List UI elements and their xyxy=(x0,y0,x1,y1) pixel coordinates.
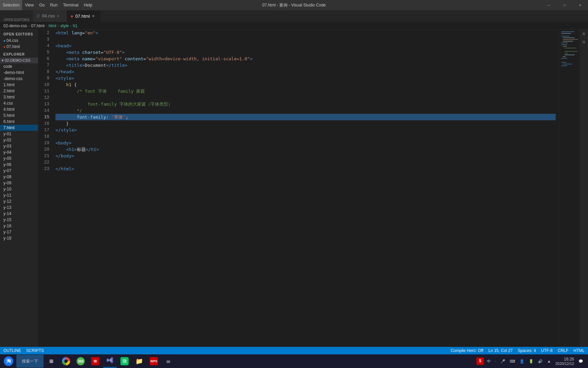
taskbar-wps2[interactable]: WPS xyxy=(147,355,161,368)
tray-volume[interactable]: ▲ xyxy=(546,358,552,364)
sidebar-y09[interactable]: y-09 xyxy=(0,180,38,186)
taskbar-explorer[interactable]: 📁 xyxy=(132,355,146,368)
menu-go[interactable]: Go xyxy=(36,0,47,10)
status-bar: OUTLINE SCRIPTS Compile Hero: Off Ln 15,… xyxy=(0,347,588,354)
tray-battery[interactable]: 🔋 xyxy=(527,358,535,364)
folder-header[interactable]: ▾ 02-DEMO-CSS xyxy=(0,58,38,63)
taskbar-winstore[interactable]: ⊞ xyxy=(45,355,58,368)
taskbar-chrome[interactable] xyxy=(59,355,73,368)
window-controls[interactable]: — ☐ ✕ xyxy=(541,0,588,10)
outline-icon[interactable]: ≡ xyxy=(582,31,585,37)
svg-rect-12 xyxy=(565,55,575,55)
maximize-button[interactable]: ☐ xyxy=(557,0,572,10)
status-language[interactable]: HTML xyxy=(573,348,585,353)
close-button[interactable]: ✕ xyxy=(572,0,588,10)
menu-bar[interactable]: Selection View Go Run Terminal Help xyxy=(0,0,95,10)
tab-07html[interactable]: ◈ 07.html × xyxy=(67,10,101,22)
sidebar-code[interactable]: code xyxy=(0,63,38,70)
sidebar-open-07html[interactable]: ●07.html xyxy=(0,44,38,50)
sidebar-y13[interactable]: y-13 xyxy=(0,204,38,211)
menu-help[interactable]: Help xyxy=(81,0,95,10)
wps2-icon: WPS xyxy=(150,357,158,365)
sidebar-y10[interactable]: y-10 xyxy=(0,186,38,192)
menu-selection[interactable]: Selection xyxy=(0,0,22,10)
sidebar-open-04css[interactable]: ●04.css xyxy=(0,37,38,44)
taskbar-360[interactable]: 360 xyxy=(74,355,87,368)
taskbar-wps[interactable]: W xyxy=(88,355,102,368)
sidebar-y18[interactable]: y-18 xyxy=(0,235,38,241)
menu-view[interactable]: View xyxy=(22,0,36,10)
breadcrumb-html-tag[interactable]: html xyxy=(49,24,56,28)
sidebar-y06[interactable]: y-06 xyxy=(0,162,38,168)
taskbar-mail[interactable]: ✉ xyxy=(162,355,175,368)
tray-mic[interactable]: 🎤 xyxy=(499,358,507,364)
sidebar-4html[interactable]: 4.html xyxy=(0,106,38,112)
breadcrumb-h1-tag[interactable]: h1 xyxy=(73,24,77,28)
code-line-14: */ xyxy=(55,107,556,114)
sidebar-y02[interactable]: y-02 xyxy=(0,137,38,143)
tray-clock[interactable]: 16:26 2020/12/12 xyxy=(554,357,575,366)
sidebar-demo-css[interactable]: -demo-css xyxy=(0,76,38,82)
code-editor[interactable]: <html lang="en"> <head> <meta charset="U… xyxy=(52,30,556,347)
breadcrumb-file[interactable]: 07.html xyxy=(31,24,44,28)
tray-people[interactable]: 👤 xyxy=(518,358,526,364)
sidebar-5html[interactable]: 5.html xyxy=(0,112,38,119)
code-line-7: <title>Document</title> xyxy=(55,62,556,68)
breadcrumb-style-tag[interactable]: style xyxy=(60,24,69,28)
status-spaces[interactable]: Spaces: 4 xyxy=(518,348,536,353)
minimize-button[interactable]: — xyxy=(541,0,557,10)
breadcrumb-folder[interactable]: 02-demo-css xyxy=(3,24,27,28)
tray-dot[interactable]: · xyxy=(494,358,497,364)
code-line-13: font-family 字体的大家庭（字体类型） xyxy=(55,101,556,107)
sidebar-y17[interactable]: y-17 xyxy=(0,229,38,235)
sidebar-y03[interactable]: y-03 xyxy=(0,143,38,149)
tray-network[interactable]: 🔊 xyxy=(537,358,544,364)
taskbar-vscode[interactable] xyxy=(103,355,117,368)
sidebar-y01[interactable]: y-01 xyxy=(0,131,38,137)
tab-04css-close[interactable]: × xyxy=(57,13,60,19)
sidebar-4css[interactable]: 4.css xyxy=(0,100,38,106)
tab-07html-close[interactable]: × xyxy=(92,13,95,19)
code-line-3 xyxy=(55,36,556,43)
sidebar-y15[interactable]: y-15 xyxy=(0,217,38,223)
tab-04css[interactable]: ⬡ 04.css × xyxy=(33,10,67,22)
status-line-ending[interactable]: CRLF xyxy=(558,348,568,353)
sogou-icon[interactable]: S xyxy=(476,357,484,365)
menu-terminal[interactable]: Terminal xyxy=(60,0,81,10)
sidebar-y04[interactable]: y-04 xyxy=(0,149,38,155)
status-outline[interactable]: OUTLINE xyxy=(3,348,21,353)
sidebar-3html[interactable]: 3.html xyxy=(0,94,38,100)
menu-run[interactable]: Run xyxy=(47,0,60,10)
status-compile-hero[interactable]: Compile Hero: Off xyxy=(451,348,483,353)
svg-rect-16 xyxy=(563,64,572,64)
status-cursor[interactable]: Ln 15, Col 27 xyxy=(488,348,512,353)
sidebar-y11[interactable]: y-11 xyxy=(0,192,38,198)
status-encoding[interactable]: UTF-8 xyxy=(541,348,553,353)
sidebar-y08[interactable]: y-08 xyxy=(0,174,38,180)
open-editors-header: OPEN EDITORS xyxy=(0,30,38,37)
code-line-6: <meta name="viewport" content="width=dev… xyxy=(55,56,556,62)
sidebar-y12[interactable]: y-12 xyxy=(0,198,38,204)
editor-area[interactable]: 2 3 4 5 6 7 8 9 10 11 12 13 14 15 16 17 … xyxy=(38,30,579,347)
sidebar-y16[interactable]: y-16 xyxy=(0,223,38,229)
sidebar-y07[interactable]: y-07 xyxy=(0,168,38,174)
sidebar-y05[interactable]: y-05 xyxy=(0,155,38,162)
code-line-20: <h1>标题</h1> xyxy=(55,146,556,153)
svg-rect-6 xyxy=(561,43,568,43)
taskbar-wechat[interactable]: 微 xyxy=(118,355,131,368)
sidebar-y14[interactable]: y-14 xyxy=(0,211,38,217)
sidebar-demo-html[interactable]: -demo-html xyxy=(0,70,38,76)
panel-toggle-icon[interactable]: ⊟ xyxy=(583,40,585,45)
sidebar-1html[interactable]: 1.html xyxy=(0,82,38,88)
minimap xyxy=(559,30,579,347)
taskbar-start[interactable]: 淘 xyxy=(2,355,15,368)
status-scripts[interactable]: SCRIPTS xyxy=(26,348,44,353)
taskbar-search[interactable]: 搜索一下 xyxy=(16,355,44,368)
sidebar-6html[interactable]: 6.html xyxy=(0,119,38,125)
sidebar-2html[interactable]: 2.html xyxy=(0,88,38,94)
tray-keyboard[interactable]: ⌨ xyxy=(508,358,517,364)
sidebar-7html[interactable]: 7.html xyxy=(0,125,38,131)
tray-zh[interactable]: 中 xyxy=(486,358,492,365)
tray-notification[interactable]: 💬 xyxy=(577,358,585,364)
scrollbar[interactable] xyxy=(556,30,559,347)
